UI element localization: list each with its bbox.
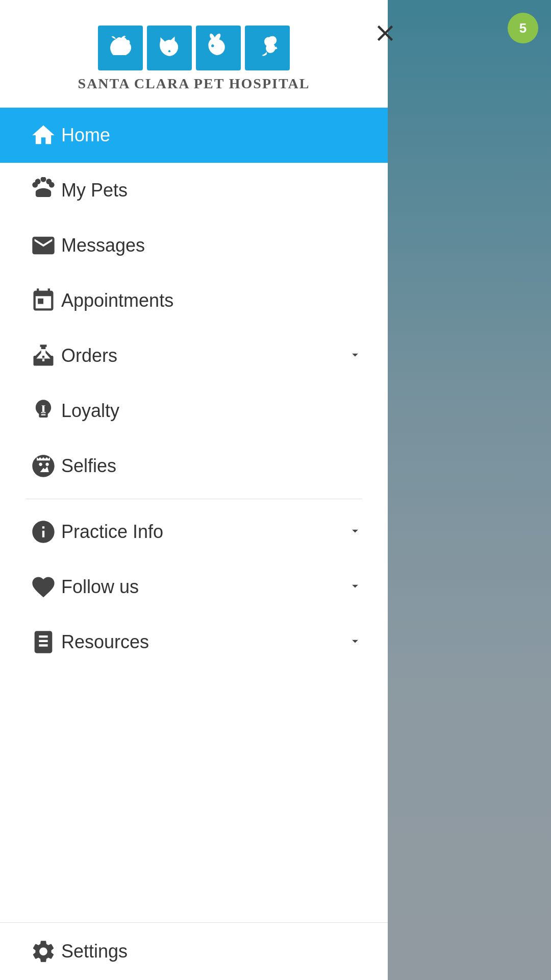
nav-item-appointments[interactable]: Appointments (0, 273, 388, 328)
nav-item-orders[interactable]: Orders (0, 328, 388, 383)
nav-orders-label: Orders (61, 345, 343, 366)
nav-selfies-label: Selfies (61, 455, 362, 477)
logo-text: SANTA CLARA PET HOSPITAL (78, 76, 310, 92)
nav-item-my-pets[interactable]: My Pets (0, 163, 388, 218)
orders-chevron-icon (348, 348, 362, 364)
nav-item-follow-us[interactable]: Follow us (0, 559, 388, 615)
info-icon (26, 519, 61, 545)
logo-cat-icon (147, 26, 192, 70)
close-button[interactable] (367, 15, 403, 51)
nav-practice-info-label: Practice Info (61, 521, 343, 543)
logo-dog-icon (98, 26, 143, 70)
camera-icon (26, 453, 61, 479)
logo-bird-icon (245, 26, 290, 70)
logo-icons (98, 26, 290, 70)
settings-icon (26, 938, 61, 965)
logo-area: SANTA CLARA PET HOSPITAL (0, 0, 388, 108)
book-icon (26, 629, 61, 655)
bottle-icon (26, 342, 61, 369)
nav-item-practice-info[interactable]: Practice Info (0, 504, 388, 559)
nav-divider (26, 499, 362, 499)
nav-item-resources[interactable]: Resources (0, 615, 388, 670)
nav-messages-label: Messages (61, 235, 362, 256)
loyalty-icon (26, 398, 61, 424)
logo-rabbit-icon (196, 26, 241, 70)
calendar-icon (26, 287, 61, 314)
nav-list: Home My Pets Messages (0, 108, 388, 922)
practice-info-chevron-icon (348, 524, 362, 540)
nav-item-settings[interactable]: Settings (0, 922, 388, 980)
nav-item-home[interactable]: Home (0, 108, 388, 163)
paw-icon (26, 177, 61, 204)
badge-count: 5 (519, 20, 527, 36)
nav-follow-us-label: Follow us (61, 576, 343, 598)
notification-badge[interactable]: 5 (505, 10, 541, 46)
nav-settings-label: Settings (61, 941, 362, 962)
nav-item-messages[interactable]: Messages (0, 218, 388, 273)
nav-appointments-label: Appointments (61, 290, 362, 311)
envelope-icon (26, 232, 61, 259)
nav-mypets-label: My Pets (61, 180, 362, 201)
nav-item-selfies[interactable]: Selfies (0, 438, 388, 494)
navigation-drawer: SANTA CLARA PET HOSPITAL Home My Pets (0, 0, 388, 980)
nav-item-loyalty[interactable]: Loyalty (0, 383, 388, 438)
nav-loyalty-label: Loyalty (61, 400, 362, 422)
heart-icon (26, 574, 61, 600)
nav-resources-label: Resources (61, 631, 343, 653)
home-icon (26, 122, 61, 149)
follow-us-chevron-icon (348, 579, 362, 595)
resources-chevron-icon (348, 634, 362, 650)
nav-home-label: Home (61, 125, 362, 146)
